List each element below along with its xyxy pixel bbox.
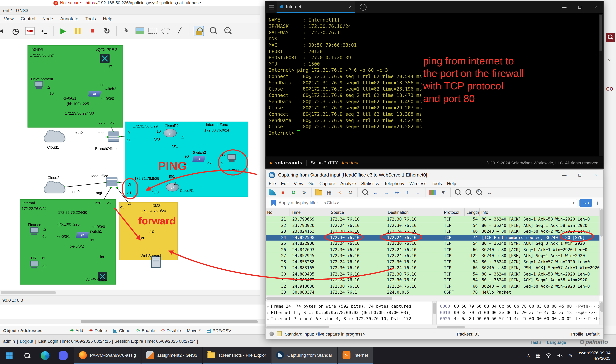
- find-icon[interactable]: [361, 189, 369, 196]
- capture-options-icon[interactable]: ⚙: [301, 189, 308, 196]
- profile-label[interactable]: Profile: Default: [571, 331, 600, 336]
- node-branchoffice-firewall[interactable]: [108, 131, 119, 142]
- taskbar-clock[interactable]: xwan9976 09:04 4/9/2025: [575, 347, 614, 364]
- display-filter-input[interactable]: [269, 199, 577, 207]
- node-cloud1[interactable]: [40, 128, 68, 147]
- move-button[interactable]: Move▾: [187, 328, 201, 332]
- hex-row[interactable]: 001000 3c 70 51 00 00 3e 06 1c 20 ac 1e …: [440, 309, 600, 315]
- minimize-icon[interactable]: —: [556, 169, 572, 181]
- node-ciscor2[interactable]: ⇄: [164, 129, 177, 137]
- maximize-icon[interactable]: □: [572, 169, 588, 181]
- node-internet-pc[interactable]: [228, 154, 236, 162]
- zoom-out-icon[interactable]: −: [465, 189, 472, 196]
- hex-row[interactable]: 000000 50 79 66 68 04 0c b0 0b 78 00 03 …: [440, 303, 600, 309]
- menu-telephony[interactable]: Telephony: [384, 181, 404, 186]
- column-header-length[interactable]: Length: [465, 208, 480, 216]
- detail-row[interactable]: ▸Internet Protocol Version 4, Src: 172.3…: [267, 315, 432, 322]
- column-header-protocol[interactable]: Protocol: [442, 208, 465, 216]
- filter-apply-button[interactable]: →▾: [580, 199, 592, 207]
- scrollbar-thumb[interactable]: [600, 302, 603, 312]
- packet-row[interactable]: 2924.883165172.30.76.10172.24.76.10TCP66…: [266, 265, 600, 271]
- node-development-pc[interactable]: [35, 81, 43, 89]
- packet-row[interactable]: 2123.793669172.24.76.10172.30.76.10TCP54…: [266, 216, 600, 222]
- menu-edit[interactable]: Edit: [281, 181, 289, 186]
- menu-statistics[interactable]: Statistics: [361, 181, 379, 186]
- scrollbar-thumb[interactable]: [81, 320, 258, 323]
- tab-close-icon[interactable]: ×: [349, 4, 352, 9]
- show-desktop-button[interactable]: [614, 347, 616, 364]
- pen-icon[interactable]: ✎: [568, 353, 573, 358]
- packet-row[interactable]: 2624.842693172.30.76.10172.24.76.10TCP66…: [266, 247, 600, 253]
- tray-expand-icon[interactable]: ∧: [527, 353, 530, 358]
- packet-row[interactable]: 3330.000374172.24.76.1224.0.0.5OSPF78Hel…: [266, 289, 600, 295]
- capture-restart-icon[interactable]: ↻: [290, 189, 297, 196]
- packet-row[interactable]: 3124.883473172.24.76.10172.30.76.10TCP54…: [266, 277, 600, 283]
- scrollbar-thumb[interactable]: [1, 291, 56, 294]
- delete-button[interactable]: ⊖Delete: [89, 327, 107, 333]
- menu-tools[interactable]: Tools: [432, 181, 442, 186]
- menu-view[interactable]: View: [294, 181, 303, 186]
- node-cloud2[interactable]: [40, 179, 68, 198]
- go-to-packet-icon[interactable]: ↦: [393, 189, 400, 196]
- packet-row[interactable]: 3024.883435172.24.76.10172.30.76.10TCP54…: [266, 271, 600, 277]
- pdf-csv-button[interactable]: ▤PDF/CSV: [206, 327, 231, 333]
- column-header-info[interactable]: Info: [480, 208, 600, 216]
- grid-icon[interactable]: ▦: [536, 353, 540, 358]
- close-icon[interactable]: ×: [588, 169, 603, 181]
- packet-row[interactable]: 2424.822598172.30.76.10172.24.76.10TCP74…: [266, 234, 600, 241]
- taskbar-gns3-app[interactable]: assignment2 - GNS3: [141, 347, 202, 364]
- wifi-icon[interactable]: [546, 353, 552, 358]
- close-icon[interactable]: ×: [588, 1, 603, 13]
- start-button[interactable]: [0, 347, 18, 364]
- browser-horizontal-scrollbar[interactable]: [0, 319, 265, 324]
- gns3-horizontal-scrollbar[interactable]: [0, 290, 260, 295]
- taskbar-search-button[interactable]: [18, 347, 36, 364]
- enable-button[interactable]: ⊘Enable: [136, 327, 155, 333]
- volume-muted-icon[interactable]: [557, 353, 563, 358]
- taskbar-pa-vm-browser[interactable]: PA-VM-xwan9976-assig: [74, 347, 141, 364]
- go-back-icon[interactable]: ←: [372, 189, 379, 196]
- column-header-source[interactable]: Source: [329, 208, 386, 216]
- resize-columns-icon[interactable]: ↔: [486, 189, 493, 196]
- hex-row[interactable]: 00204c 0a 8d 90 00 50 5f 11 4c f7 00 00 …: [440, 315, 600, 322]
- terminal-output[interactable]: NAME : Internet[1]IP/MASK : 172.30.76.10…: [269, 17, 597, 136]
- node-finance-pc[interactable]: [30, 227, 39, 235]
- details-vscrollbar[interactable]: [432, 301, 436, 325]
- filter-caret-icon[interactable]: ▾: [573, 201, 575, 205]
- scrollbar-thumb[interactable]: [600, 209, 603, 237]
- scrollbar-thumb[interactable]: [433, 302, 436, 314]
- menu-capture[interactable]: Capture: [319, 181, 335, 186]
- edge-button[interactable]: [36, 347, 54, 364]
- scrollbar-thumb[interactable]: [266, 326, 329, 328]
- menu-analyze[interactable]: Analyze: [340, 181, 356, 186]
- wireshark-titlebar[interactable]: Capturing from Standard input [HeadOffic…: [266, 170, 603, 180]
- add-button[interactable]: ⊕Add: [70, 327, 83, 333]
- column-header-destination[interactable]: Destination: [386, 208, 442, 216]
- scrollbar-thumb[interactable]: [600, 15, 602, 51]
- packet-row[interactable]: 2524.822900172.24.76.10172.30.76.10TCP54…: [266, 241, 600, 247]
- detail-row[interactable]: ▸Ethernet II, Src: 0c:b0:0b:78:00:03 (0c…: [267, 309, 432, 315]
- menu-go[interactable]: Go: [308, 181, 314, 186]
- new-tab-icon[interactable]: +: [360, 4, 367, 10]
- putty-titlebar[interactable]: Internet × + —□×: [266, 1, 603, 13]
- packet-list-hscrollbar[interactable]: [266, 296, 600, 301]
- reload-file-icon[interactable]: ↻: [347, 189, 354, 196]
- save-file-icon[interactable]: ▦: [326, 189, 333, 196]
- node-switch1[interactable]: ⇄: [76, 232, 89, 238]
- open-file-icon[interactable]: [315, 190, 322, 195]
- go-bottom-icon[interactable]: ↓: [414, 189, 422, 196]
- packet-row[interactable]: 2724.852945172.30.76.10172.24.76.10TCP12…: [266, 253, 600, 259]
- packet-list-vscrollbar[interactable]: [600, 208, 603, 296]
- packet-row[interactable]: 2824.853288172.24.76.10172.30.76.10TCP54…: [266, 259, 600, 265]
- clone-button[interactable]: ▣Clone: [113, 327, 130, 333]
- packet-row[interactable]: 3224.913638172.30.76.10172.24.76.10TCP66…: [266, 283, 600, 289]
- node-webserver1[interactable]: [151, 256, 161, 268]
- colorize-icon[interactable]: [429, 190, 436, 195]
- menu-file[interactable]: File: [269, 181, 276, 186]
- go-forward-icon[interactable]: →: [383, 189, 390, 196]
- scrollbar-thumb[interactable]: [437, 326, 465, 328]
- expert-info-icon[interactable]: [277, 331, 282, 336]
- autoscroll-icon[interactable]: ▼: [440, 189, 447, 196]
- node-headoffice-firewall[interactable]: [107, 177, 117, 187]
- bytes-vscrollbar[interactable]: [600, 301, 603, 325]
